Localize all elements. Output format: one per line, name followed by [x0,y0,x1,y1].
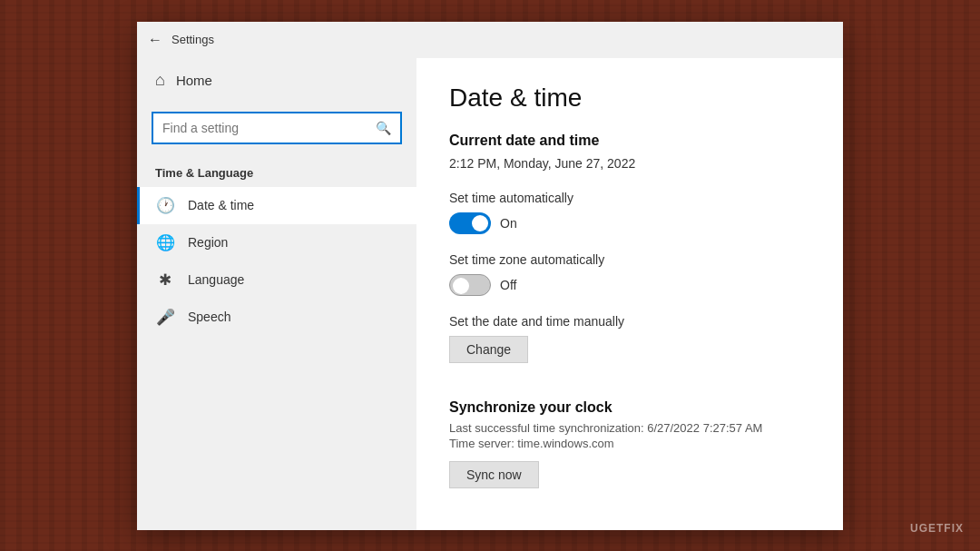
toggle-thumb-auto-timezone [453,278,469,294]
datetime-icon: 🕐 [155,196,175,215]
titlebar: ← Settings [137,22,843,58]
set-time-auto-label: Set time automatically [449,191,810,205]
back-button[interactable]: ← [148,32,162,48]
set-time-auto-section: Set time automatically On [449,191,810,234]
sidebar-speech-label: Speech [188,310,230,324]
home-label: Home [176,73,212,88]
sidebar-language-label: Language [188,272,244,287]
search-wrapper: 🔍 [137,103,416,153]
sidebar: ⌂ Home 🔍 Time & Language 🕐 Date & time 🌐… [137,58,416,530]
sync-section-title: Synchronize your clock [449,399,810,416]
set-timezone-auto-section: Set time zone automatically Off [449,252,810,296]
search-box[interactable]: 🔍 [152,112,402,144]
sync-now-button[interactable]: Sync now [449,461,539,488]
titlebar-title: Settings [172,33,214,46]
sidebar-region-label: Region [188,235,228,250]
set-manual-label: Set the date and time manually [449,314,810,329]
current-date-section-title: Current date and time [449,133,810,149]
sync-clock-section: Synchronize your clock Last successful t… [449,399,810,488]
search-icon: 🔍 [376,121,391,135]
region-icon: 🌐 [155,233,175,252]
sidebar-item-home[interactable]: ⌂ Home [137,62,416,99]
set-timezone-auto-toggle[interactable] [449,274,491,296]
set-manual-section: Set the date and time manually Change [449,314,810,383]
sync-server-info: Time server: time.windows.com [449,437,810,450]
language-icon: ✱ [155,271,175,290]
sidebar-item-datetime[interactable]: 🕐 Date & time [137,187,416,224]
set-timezone-auto-state: Off [500,278,516,292]
watermark-label: UGETFIX [910,522,964,535]
sync-last-info: Last successful time synchronization: 6/… [449,421,810,435]
set-time-auto-state: On [500,216,517,231]
current-time-display: 2:12 PM, Monday, June 27, 2022 [449,156,810,171]
home-icon: ⌂ [155,71,165,90]
set-time-auto-toggle[interactable] [449,212,491,234]
sidebar-item-region[interactable]: 🌐 Region [137,224,416,261]
set-timezone-auto-row: Off [449,274,810,296]
search-input[interactable] [162,121,376,135]
sidebar-datetime-label: Date & time [188,198,254,212]
sidebar-item-speech[interactable]: 🎤 Speech [137,299,416,336]
right-panel: Date & time Current date and time 2:12 P… [416,58,843,530]
sidebar-item-language[interactable]: ✱ Language [137,261,416,299]
change-button[interactable]: Change [449,336,528,363]
set-time-auto-row: On [449,212,810,234]
toggle-thumb-auto-time [472,215,488,231]
sidebar-section-label: Time & Language [137,153,416,187]
speech-icon: 🎤 [155,308,175,327]
page-title: Date & time [449,84,810,113]
set-timezone-auto-label: Set time zone automatically [449,252,810,267]
